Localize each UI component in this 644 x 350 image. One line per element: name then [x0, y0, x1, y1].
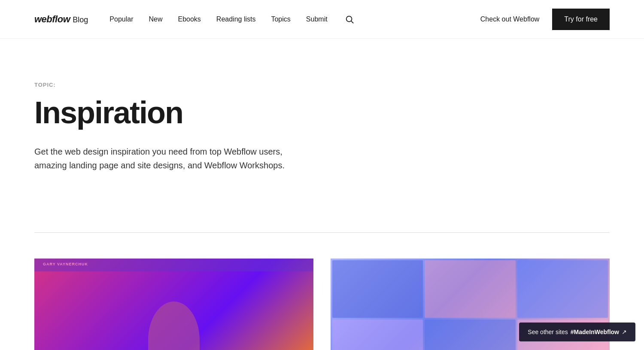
hero-section: TOPIC: Inspiration Get the web design in… [0, 39, 343, 207]
banner-hashtag: #MadeInWebflow [571, 329, 619, 335]
card-left-image [34, 259, 313, 350]
nav-links: Popular New Ebooks Reading lists Topics … [109, 13, 480, 26]
nav-right: Check out Webflow Try for free [480, 9, 610, 30]
hero-description: Get the web design inspiration you need … [34, 145, 292, 172]
logo-blog: Blog [73, 15, 88, 24]
made-in-webflow-banner[interactable]: See other sites #MadeInWebflow ↗ [519, 323, 635, 341]
nav-link-reading-lists[interactable]: Reading lists [216, 15, 256, 23]
logo-link[interactable]: webflow Blog [34, 14, 88, 25]
tile-4 [332, 320, 423, 350]
svg-line-1 [351, 21, 353, 23]
page-title: Inspiration [34, 97, 309, 129]
navbar: webflow Blog Popular New Ebooks Reading … [0, 0, 644, 39]
tile-2 [425, 260, 515, 318]
nav-link-topics[interactable]: Topics [271, 15, 290, 23]
nav-link-new[interactable]: New [149, 15, 162, 23]
card-left-thumbnail [34, 259, 313, 350]
banner-text: See other sites [528, 329, 568, 335]
tile-5 [425, 320, 515, 350]
card-left[interactable] [34, 259, 313, 350]
card-left-figure [148, 301, 200, 350]
topic-label: TOPIC: [34, 82, 309, 88]
search-button[interactable] [343, 13, 356, 26]
tile-3 [517, 260, 608, 318]
search-icon [345, 15, 354, 24]
external-link-icon: ↗ [622, 329, 627, 335]
svg-point-0 [346, 16, 352, 21]
section-divider [34, 232, 610, 233]
nav-link-ebooks[interactable]: Ebooks [178, 15, 200, 23]
logo-webflow: webflow [34, 14, 70, 25]
checkout-webflow-link[interactable]: Check out Webflow [480, 15, 540, 23]
tile-1 [332, 260, 423, 318]
try-free-button[interactable]: Try for free [552, 9, 610, 30]
nav-link-popular[interactable]: Popular [109, 15, 133, 23]
nav-link-submit[interactable]: Submit [306, 15, 328, 23]
